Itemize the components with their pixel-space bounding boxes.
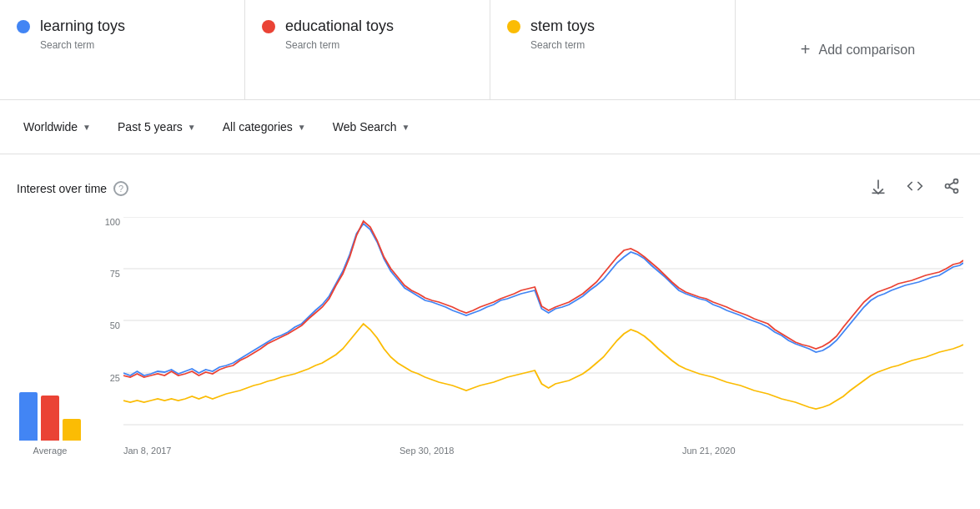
svg-line-4 <box>949 187 954 189</box>
x-label-2018: Sep 30, 2018 <box>400 446 454 456</box>
line-chart-area: 100 75 50 25 <box>97 217 963 456</box>
time-filter[interactable]: Past 5 years ▼ <box>108 113 206 140</box>
y-label-100: 100 <box>105 217 120 227</box>
svg-point-2 <box>946 184 950 189</box>
svg-point-3 <box>954 189 958 193</box>
educational-toys-type: Search term <box>285 39 394 51</box>
embed-button[interactable] <box>903 174 927 202</box>
filter-bar: Worldwide ▼ Past 5 years ▼ All categorie… <box>0 100 980 154</box>
chart-header: Interest over time ? <box>0 168 980 209</box>
search-type-label: Web Search <box>333 120 397 134</box>
search-term-learning-toys[interactable]: learning toys Search term <box>0 0 245 99</box>
download-button[interactable] <box>867 174 890 202</box>
x-label-2020: Jun 21, 2020 <box>682 446 736 456</box>
help-icon[interactable]: ? <box>113 181 128 196</box>
category-label: All categories <box>223 120 293 134</box>
educational-toys-dot <box>262 20 275 33</box>
avg-bar-red <box>41 396 59 441</box>
search-term-educational-toys[interactable]: educational toys Search term <box>245 0 490 99</box>
share-button[interactable] <box>940 174 963 202</box>
line-chart-svg <box>123 217 963 442</box>
add-comparison-button[interactable]: + Add comparison <box>736 0 980 99</box>
chart-container: Average 100 75 50 25 <box>0 209 980 489</box>
plus-icon: + <box>801 40 811 59</box>
region-chevron-icon: ▼ <box>83 123 91 132</box>
blue-line <box>123 224 963 375</box>
y-label-75: 75 <box>110 269 120 279</box>
stem-toys-name: stem toys <box>530 17 595 36</box>
category-chevron-icon: ▼ <box>298 123 306 132</box>
region-filter[interactable]: Worldwide ▼ <box>13 113 101 140</box>
learning-toys-type: Search term <box>40 39 125 51</box>
stem-toys-content: stem toys Search term <box>530 17 595 51</box>
avg-bars <box>19 374 81 441</box>
average-label: Average <box>33 446 68 456</box>
search-terms-bar: learning toys Search term educational to… <box>0 0 980 100</box>
search-type-chevron-icon: ▼ <box>401 123 410 132</box>
learning-toys-content: learning toys Search term <box>40 17 125 51</box>
educational-toys-name: educational toys <box>285 17 394 36</box>
educational-toys-content: educational toys Search term <box>285 17 394 51</box>
add-comparison-label: Add comparison <box>819 43 916 58</box>
yellow-line <box>123 324 963 409</box>
svg-line-5 <box>949 182 954 184</box>
chart-title-area: Interest over time ? <box>17 181 128 196</box>
x-axis-labels: Jan 8, 2017 Sep 30, 2018 Jun 21, 2020 <box>97 442 963 456</box>
chart-section: Interest over time ? <box>0 154 980 489</box>
svg-point-1 <box>954 179 958 184</box>
stem-toys-type: Search term <box>530 39 595 51</box>
stem-toys-dot <box>507 20 520 33</box>
time-chevron-icon: ▼ <box>188 123 196 132</box>
avg-bar-yellow <box>63 419 81 441</box>
chart-title: Interest over time <box>17 182 107 195</box>
x-label-2017: Jan 8, 2017 <box>123 446 172 456</box>
time-label: Past 5 years <box>118 120 183 134</box>
search-type-filter[interactable]: Web Search ▼ <box>323 113 420 140</box>
avg-bar-blue <box>19 392 38 441</box>
y-label-50: 50 <box>110 320 120 330</box>
region-label: Worldwide <box>23 120 78 134</box>
chart-actions <box>867 174 963 202</box>
average-bar-area: Average <box>17 374 83 456</box>
learning-toys-name: learning toys <box>40 17 125 36</box>
category-filter[interactable]: All categories ▼ <box>213 113 316 140</box>
y-label-25: 25 <box>110 373 120 383</box>
search-term-stem-toys[interactable]: stem toys Search term <box>490 0 736 99</box>
learning-toys-dot <box>17 20 30 33</box>
